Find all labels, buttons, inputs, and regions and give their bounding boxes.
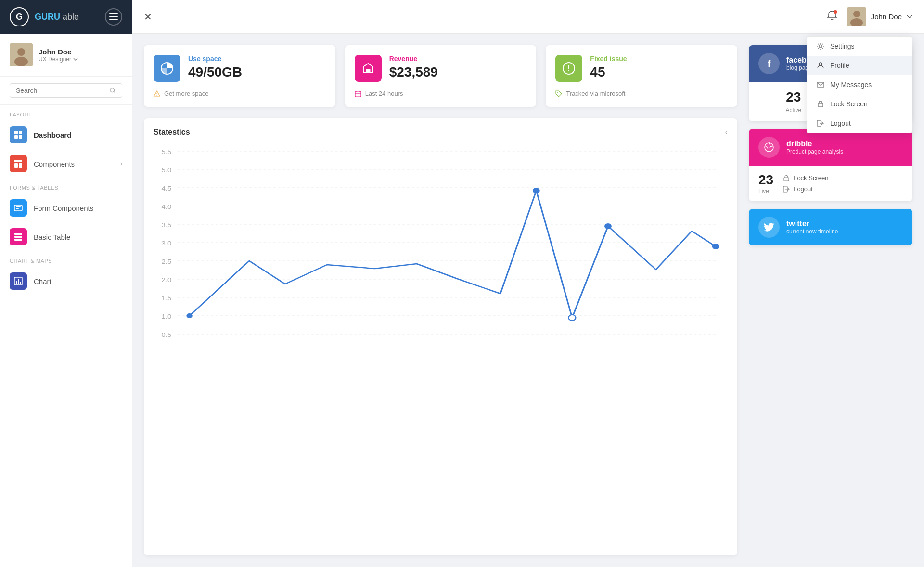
chevron-down-icon	[907, 15, 912, 19]
sidebar-item-components[interactable]: Components ›	[0, 149, 132, 178]
dribble-logout-action[interactable]: Logout	[783, 185, 828, 193]
revenue-footer-text: Last 24 hours	[365, 90, 403, 97]
svg-text:2.0: 2.0	[162, 277, 172, 283]
twitter-text: twitter current new timeline	[786, 219, 838, 235]
svg-rect-16	[16, 208, 19, 209]
notification-button[interactable]	[827, 10, 837, 23]
sidebar-item-basic-table[interactable]: Basic Table	[0, 222, 132, 251]
avatar	[10, 43, 33, 66]
svg-point-62	[533, 188, 540, 193]
search-box[interactable]	[10, 83, 122, 98]
svg-point-63	[568, 315, 576, 321]
chart-card: Statestics ‹ 5.5 5.0 4.5	[144, 118, 737, 555]
chart-toggle-button[interactable]: ‹	[725, 128, 728, 137]
dribble-live-stat: 23 Live	[758, 172, 773, 194]
logo-icon: G	[10, 7, 29, 26]
svg-point-64	[604, 223, 612, 229]
chart-icon	[10, 272, 27, 290]
sidebar-item-dashboard[interactable]: Dashboard	[0, 120, 132, 149]
svg-rect-21	[16, 281, 17, 284]
stat-card-fixed-issue: ! Fixed issue 45 Tracked via	[546, 45, 737, 107]
sidebar-item-chart[interactable]: Chart	[0, 267, 132, 296]
components-icon	[10, 155, 27, 172]
dropdown-lock-screen[interactable]: Lock Screen	[807, 94, 912, 114]
svg-text:5.0: 5.0	[162, 167, 172, 173]
topbar-right: John Doe Settings	[827, 7, 912, 26]
twitter-card: twitter current new timeline	[749, 209, 912, 245]
topbar: ✕ John Doe	[132, 0, 924, 34]
dropdown-messages[interactable]: My Messages	[807, 75, 912, 94]
settings-label: Settings	[830, 42, 855, 50]
svg-rect-12	[14, 163, 18, 168]
messages-label: My Messages	[830, 81, 872, 89]
svg-rect-67	[784, 178, 789, 181]
svg-text:5.5: 5.5	[162, 149, 172, 155]
content-left: Use space 49/50GB Get more space	[144, 45, 737, 555]
revenue-label: Revenue	[389, 55, 438, 63]
svg-text:4.5: 4.5	[162, 185, 172, 192]
basic-table-label: Basic Table	[34, 233, 70, 241]
svg-point-28	[819, 63, 822, 65]
form-components-label: Form Components	[34, 204, 93, 212]
dribble-logout-label: Logout	[794, 185, 813, 193]
svg-point-27	[819, 45, 822, 48]
svg-rect-14	[14, 205, 22, 211]
search-icon	[109, 87, 116, 94]
dribble-actions: Lock Screen Logout	[783, 174, 828, 193]
stat-card-top: Revenue $23,589	[355, 55, 527, 82]
lock-icon	[817, 100, 824, 108]
lock-screen-label: Lock Screen	[830, 100, 868, 108]
tag-icon	[555, 90, 562, 97]
layout-section-label: Layout	[0, 105, 132, 120]
fixed-issue-footer: Tracked via microsoft	[555, 86, 728, 97]
sidebar-item-form-components[interactable]: Form Components	[0, 193, 132, 222]
lock-small-icon	[783, 175, 790, 181]
dropdown-settings[interactable]: Settings	[807, 37, 912, 56]
svg-text:1.0: 1.0	[162, 313, 172, 320]
profile-info: John Doe UX Designer	[38, 48, 78, 63]
svg-rect-30	[818, 103, 823, 107]
svg-point-33	[156, 95, 157, 96]
dribble-lock-action[interactable]: Lock Screen	[783, 174, 828, 181]
menu-toggle-button[interactable]	[105, 8, 122, 26]
user-name: John Doe	[871, 13, 902, 21]
svg-rect-22	[18, 279, 19, 284]
svg-rect-34	[355, 91, 361, 97]
use-space-value: 49/50GB	[188, 64, 242, 80]
svg-point-5	[14, 57, 28, 66]
user-menu-button[interactable]: John Doe	[847, 7, 912, 26]
revenue-icon	[355, 55, 382, 82]
dashboard-label: Dashboard	[34, 131, 71, 139]
person-icon	[817, 62, 824, 69]
user-avatar	[847, 7, 866, 26]
use-space-label: Use space	[188, 55, 242, 63]
svg-text:3.0: 3.0	[162, 240, 172, 246]
svg-rect-0	[109, 13, 118, 14]
chart-label: Chart	[34, 277, 51, 285]
svg-point-37	[557, 92, 558, 93]
profile-role[interactable]: UX Designer	[38, 56, 78, 63]
search-input[interactable]	[16, 87, 105, 94]
svg-rect-11	[14, 160, 22, 162]
use-space-footer-text: Get more space	[164, 90, 209, 97]
twitter-header: twitter current new timeline	[749, 209, 912, 245]
dribble-icon	[758, 137, 780, 158]
dropdown-logout[interactable]: Logout	[807, 114, 912, 133]
chart-header: Statestics ‹	[154, 128, 728, 137]
topbar-close-button[interactable]: ✕	[144, 11, 152, 23]
dropdown-profile[interactable]: Profile	[807, 56, 912, 75]
stat-card-top: Use space 49/50GB	[154, 55, 326, 82]
svg-text:0.5: 0.5	[162, 332, 172, 338]
svg-rect-8	[19, 131, 22, 134]
twitter-icon	[758, 217, 780, 238]
stat-card-top: ! Fixed issue 45	[555, 55, 728, 82]
svg-point-65	[712, 244, 719, 249]
notification-dot	[834, 10, 837, 14]
sidebar-profile: John Doe UX Designer	[0, 34, 132, 77]
svg-rect-9	[14, 135, 18, 139]
svg-rect-19	[14, 239, 22, 241]
logout-icon	[817, 119, 824, 127]
svg-text:2.5: 2.5	[162, 258, 172, 265]
svg-rect-17	[14, 233, 22, 235]
chart-title: Statestics	[154, 128, 190, 137]
